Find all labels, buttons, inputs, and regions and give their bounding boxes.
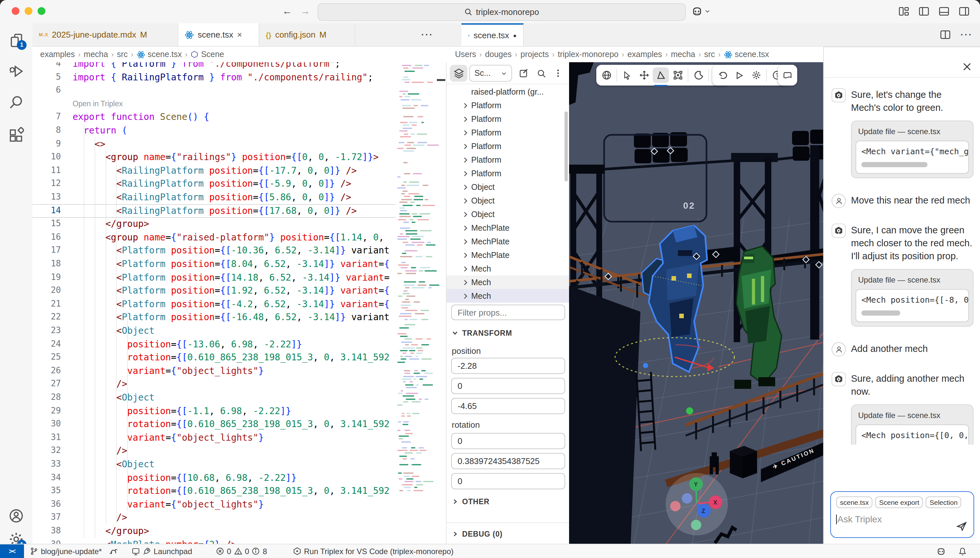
forward-arrow-icon[interactable]: → bbox=[299, 5, 312, 16]
tree-scrollbar[interactable] bbox=[565, 112, 568, 181]
edit-component-button[interactable] bbox=[516, 65, 532, 82]
tree-row-mechplate[interactable]: MechPlate bbox=[446, 221, 569, 235]
breadcrumb-item[interactable]: examples bbox=[40, 50, 75, 59]
minimize-window-button[interactable] bbox=[25, 7, 33, 15]
context-chip-scene-export[interactable]: Scene export bbox=[875, 496, 923, 508]
tree-row-mechplate[interactable]: MechPlate bbox=[446, 248, 569, 262]
dirty-dot[interactable]: ● bbox=[513, 32, 517, 39]
rotate-tool-button[interactable] bbox=[653, 67, 669, 83]
close-window-button[interactable] bbox=[11, 7, 20, 15]
problems-item[interactable]: 0 0 8 bbox=[216, 544, 267, 558]
command-center-search[interactable]: triplex-monorepo bbox=[318, 3, 686, 21]
3d-viewport[interactable]: 02 bbox=[569, 62, 824, 544]
context-chip-selection[interactable]: Selection bbox=[926, 496, 961, 508]
close-tab-icon[interactable]: × bbox=[237, 30, 242, 39]
breadcrumb-item-symbol[interactable]: Scene bbox=[190, 50, 224, 59]
rotation-y-input[interactable]: 0.3839724354387525 bbox=[451, 453, 565, 469]
filter-props-input[interactable]: Filter props... bbox=[451, 305, 565, 320]
scene-search-button[interactable] bbox=[534, 65, 549, 82]
sidebar-item-explorer[interactable]: 1 bbox=[8, 33, 24, 48]
copilot-status-button[interactable] bbox=[936, 544, 946, 558]
sync-changes-button[interactable] bbox=[109, 544, 118, 558]
tab-config-json[interactable]: {} config.json M bbox=[259, 23, 355, 46]
chevron-right-icon[interactable] bbox=[462, 129, 471, 136]
position-y-input[interactable]: 0 bbox=[451, 378, 565, 394]
tree-row-object[interactable]: Object bbox=[446, 207, 569, 221]
chevron-right-icon[interactable] bbox=[462, 279, 471, 286]
transform-section-header[interactable]: TRANSFORM bbox=[452, 329, 512, 337]
run-triplex-task-item[interactable]: Run Triplex for VS Code (triplex-monorep… bbox=[293, 544, 454, 558]
move-tool-button[interactable] bbox=[636, 67, 652, 83]
rotation-z-input[interactable]: 0 bbox=[451, 473, 565, 489]
send-button[interactable] bbox=[956, 520, 968, 532]
toggle-panel-icon[interactable] bbox=[939, 6, 950, 17]
sidebar-item-extensions[interactable] bbox=[8, 127, 24, 143]
toggle-secondary-sidebar-icon[interactable] bbox=[959, 6, 970, 17]
tree-row-platform[interactable]: Platform bbox=[446, 98, 569, 112]
gizmo-green-handle[interactable] bbox=[686, 407, 693, 414]
breadcrumb-item[interactable]: scene.tsx bbox=[724, 50, 769, 59]
scale-tool-button[interactable] bbox=[670, 67, 686, 83]
breadcrumb-item[interactable]: douges bbox=[485, 50, 512, 59]
world-tool-button[interactable] bbox=[598, 67, 614, 83]
toggle-primary-sidebar-icon[interactable] bbox=[918, 6, 929, 17]
breadcrumb-item[interactable]: projects bbox=[520, 50, 549, 59]
sidebar-item-run-debug[interactable] bbox=[8, 64, 24, 79]
close-chat-icon[interactable] bbox=[962, 62, 972, 72]
chevron-right-icon[interactable] bbox=[462, 252, 471, 258]
debug-section-header[interactable]: DEBUG (0) bbox=[452, 530, 502, 538]
settings-button[interactable] bbox=[748, 67, 764, 83]
breadcrumb-item[interactable]: mecha bbox=[671, 50, 695, 59]
chat-input[interactable]: scene.tsx Scene export Selection Ask Tri… bbox=[830, 491, 974, 538]
tree-row-platform[interactable]: Platform bbox=[446, 153, 569, 167]
breadcrumb-item[interactable]: src bbox=[117, 50, 128, 59]
tree-row-mech[interactable]: Mech bbox=[446, 276, 569, 289]
git-branch-item[interactable]: blog/june-update* bbox=[30, 544, 102, 558]
more-tabs-button[interactable]: ··· bbox=[421, 30, 433, 39]
tree-row-object[interactable]: Object bbox=[446, 180, 569, 194]
axis-neg-y-ball[interactable] bbox=[691, 520, 701, 530]
tree-row-platform[interactable]: Platform bbox=[446, 112, 569, 126]
copilot-menu[interactable] bbox=[691, 5, 710, 18]
chevron-right-icon[interactable] bbox=[462, 184, 471, 190]
breadcrumb-item[interactable]: mecha bbox=[84, 50, 108, 59]
editor-actions-more-button[interactable]: ··· bbox=[960, 30, 973, 39]
axis-neg-z-ball[interactable] bbox=[682, 493, 692, 504]
notifications-button[interactable] bbox=[958, 544, 967, 558]
gizmo-blue-handle[interactable] bbox=[643, 363, 648, 368]
codelens-open-in-triplex[interactable]: Open in Triplex bbox=[72, 97, 123, 110]
code-editor[interactable]: 4import { Platform } from "./components/… bbox=[33, 62, 446, 544]
select-tool-button[interactable] bbox=[619, 67, 635, 83]
rotation-x-input[interactable]: 0 bbox=[451, 433, 565, 449]
chevron-right-icon[interactable] bbox=[462, 265, 471, 272]
breadcrumb-item[interactable]: Users bbox=[455, 50, 476, 59]
tree-row-raised-platform--gr---[interactable]: raised-platform (gr... bbox=[446, 85, 569, 98]
scene-more-button[interactable] bbox=[551, 65, 565, 82]
sidebar-item-search[interactable] bbox=[8, 95, 24, 110]
chevron-right-icon[interactable] bbox=[462, 116, 471, 122]
breadcrumb-item[interactable]: src bbox=[704, 50, 715, 59]
tree-row-mech[interactable]: Mech bbox=[446, 289, 569, 303]
tree-row-platform[interactable]: Platform bbox=[446, 140, 569, 153]
tree-row-mechplate[interactable]: MechPlate bbox=[446, 235, 569, 248]
split-editor-button[interactable] bbox=[940, 29, 951, 40]
tab-scene-tsx[interactable]: scene.tsx × bbox=[178, 23, 259, 46]
chevron-right-icon[interactable] bbox=[462, 197, 471, 204]
position-x-input[interactable]: -2.28 bbox=[451, 358, 565, 374]
remote-indicator[interactable]: >< bbox=[0, 544, 24, 558]
play-button[interactable] bbox=[731, 67, 747, 83]
scene-layers-button[interactable] bbox=[450, 65, 467, 82]
customize-layout-icon[interactable] bbox=[898, 6, 909, 17]
screenshot-frame-button[interactable] bbox=[779, 67, 795, 83]
tree-row-object[interactable]: Object bbox=[446, 194, 569, 207]
tree-row-platform[interactable]: Platform bbox=[446, 167, 569, 180]
chevron-right-icon[interactable] bbox=[462, 225, 471, 231]
chevron-right-icon[interactable] bbox=[462, 156, 471, 163]
orientation-gizmo[interactable]: Y X Z bbox=[666, 473, 728, 535]
chevron-right-icon[interactable] bbox=[462, 211, 471, 217]
chevron-right-icon[interactable] bbox=[462, 170, 471, 177]
component-dropdown[interactable]: Sc... bbox=[469, 65, 512, 82]
launchpad-item[interactable]: Launchpad bbox=[131, 544, 192, 558]
breadcrumb-item[interactable]: triplex-monorepo bbox=[558, 50, 619, 59]
tab-2025-june-update[interactable]: M↓X 2025-june-update.mdx M bbox=[33, 23, 178, 46]
